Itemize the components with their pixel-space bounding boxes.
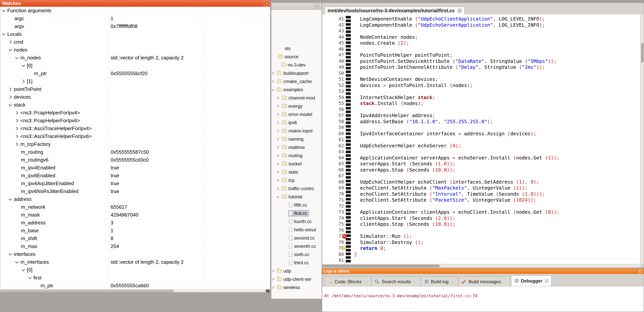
chevron-right-icon[interactable] [276, 105, 279, 107]
tree-item-source[interactable]: source [271, 52, 322, 61]
tree-label-box[interactable]: fifth.cc [288, 202, 309, 208]
watch-row[interactable]: m_ipv4Enabledtrue [0, 164, 270, 172]
chevron-right-icon[interactable] [271, 278, 274, 280]
chevron-down-icon[interactable] [276, 195, 279, 198]
close-icon[interactable]: × [264, 1, 269, 6]
log-tab-code-blocks[interactable]: Code::Blocks× [325, 277, 370, 286]
line-margin[interactable] [344, 16, 354, 22]
line-margin[interactable] [344, 22, 354, 28]
tree-item-traffic-contro[interactable]: traffic-contro [271, 184, 322, 193]
tree-titlebar[interactable] [271, 3, 322, 10]
line-margin[interactable] [344, 239, 354, 246]
tree-label-box[interactable]: wireless [276, 284, 302, 291]
chevron-right-icon[interactable] [14, 135, 18, 138]
watches-titlebar[interactable]: Watches [0, 0, 270, 7]
tree-label-box[interactable]: tutorial [281, 193, 304, 200]
tree-label-box[interactable]: examples [276, 86, 305, 93]
watch-row[interactable]: [0] [0, 266, 270, 274]
chevron-right-icon[interactable] [271, 270, 274, 272]
chevron-right-icon[interactable] [276, 187, 279, 190]
code-line-51[interactable]: 51 NetDeviceContainer devices; [322, 76, 640, 82]
line-margin[interactable] [344, 257, 354, 264]
code-line-58[interactable]: 58 address.SetBase ("10.1.1.0", "255.255… [322, 119, 640, 125]
watches-hscrollbar[interactable] [0, 289, 270, 292]
code-line-72[interactable]: 72 [322, 203, 640, 209]
watch-row[interactable]: m_ptr0x5555555ca660 [0, 282, 270, 289]
code-line-41[interactable]: 41 LogComponentEnable ("UdpEchoClientApp… [322, 16, 640, 22]
tree-item-realtime[interactable]: realtime [271, 143, 322, 152]
code-line-44[interactable]: 44 NodeContainer nodes; [322, 34, 640, 40]
watch-row[interactable]: m_mask4294967040 [0, 211, 270, 219]
watches-table[interactable]: Function argumentsargc1argv0x7fffffffdf0… [0, 7, 270, 289]
editor-hscrollbar[interactable] [322, 264, 640, 267]
watch-row[interactable]: devices [0, 93, 270, 101]
scrollbar-thumb[interactable] [322, 265, 440, 267]
chevron-right-icon[interactable] [14, 111, 18, 114]
editor-vscrollbar[interactable] [641, 14, 644, 264]
code-line-64[interactable]: 64 ApplicationContainer serverApps = ech… [322, 155, 640, 161]
chevron-down-icon[interactable] [8, 197, 12, 200]
code-line-71[interactable]: 71 echoClient.SetAttribute ("PacketSize"… [322, 197, 640, 203]
code-line-49[interactable]: 49 pointToPoint.SetChannelAttribute ("De… [322, 64, 640, 70]
tree-item-seventh-cc[interactable]: seventh.cc [271, 242, 322, 250]
line-margin[interactable] [344, 52, 354, 58]
breakpoint-icon[interactable] [342, 234, 347, 239]
watch-row[interactable]: m_max254 [0, 242, 270, 250]
watch-row[interactable]: m_ptr0x55555556cf20 [0, 70, 270, 77]
tree-label-box[interactable]: socket [281, 160, 304, 167]
line-margin[interactable] [344, 107, 354, 113]
tree-label-box[interactable]: matrix-topol [281, 128, 314, 134]
editor-tab[interactable]: mnt/dev/tools/source/ns-3-dev/examples/t… [325, 7, 465, 14]
chevron-right-icon[interactable] [8, 87, 12, 91]
line-margin[interactable] [344, 28, 354, 34]
line-margin[interactable] [344, 245, 354, 251]
tree-item-ols[interactable]: ols [271, 44, 322, 52]
log-tab-debugger[interactable]: ⚙Debugger× [511, 275, 551, 286]
watch-row[interactable]: <ns3::PcapHelperForIpv4> [0, 109, 270, 117]
tree-label-box[interactable]: ols [284, 45, 292, 52]
line-margin[interactable] [344, 149, 354, 155]
tree-item-routing[interactable]: routing [271, 152, 322, 160]
line-margin[interactable] [344, 215, 354, 221]
watch-row[interactable]: argv0x7fffffffdf08 [0, 22, 270, 30]
tree-label-box[interactable]: fourth.cc [288, 218, 313, 225]
tree-item-naming[interactable]: naming [271, 135, 322, 143]
code-line-45[interactable]: 45 nodes.Create (2); [322, 40, 640, 46]
close-icon[interactable]: × [314, 4, 319, 9]
line-margin[interactable] [344, 197, 354, 203]
code-line-79[interactable]: 79 return 0; [322, 245, 640, 251]
line-margin[interactable] [344, 233, 354, 239]
tree-item-cmake-cache[interactable]: cmake_cache [271, 77, 322, 85]
watch-row[interactable]: interfaces [0, 250, 270, 258]
tree-label-box[interactable]: tcp [281, 177, 296, 184]
line-margin[interactable] [344, 203, 354, 209]
tree-item-channel-mod[interactable]: channel-mod [271, 94, 322, 102]
line-margin[interactable] [344, 251, 354, 258]
logs-header[interactable]: Logs & others [322, 269, 644, 274]
chevron-right-icon[interactable] [14, 127, 18, 130]
tree-item-udp[interactable]: udp [271, 267, 322, 275]
tree-item-third-cc[interactable]: third.cc [271, 259, 322, 267]
code-line-53[interactable]: 53 [322, 88, 640, 95]
line-margin[interactable] [344, 227, 354, 233]
close-icon[interactable]: × [414, 280, 417, 284]
code-line-55[interactable]: 55 stack.Install (nodes); [322, 100, 640, 107]
watch-row[interactable]: m_ipv6Enabledtrue [0, 172, 270, 179]
tree-label-box[interactable]: routing [281, 152, 304, 159]
tree-item-ipv6[interactable]: ipv6 [271, 119, 322, 127]
code-line-81[interactable]: 81 [322, 257, 640, 264]
chevron-right-icon[interactable] [14, 119, 18, 122]
chevron-down-icon[interactable] [28, 276, 32, 279]
tree-label-box[interactable]: ns-3-dev [280, 62, 307, 68]
chevron-right-icon[interactable] [276, 170, 279, 173]
tree-label-box[interactable]: traffic-contro [281, 185, 316, 192]
watch-row[interactable]: m_base1 [0, 227, 270, 235]
chevron-down-icon[interactable] [22, 63, 25, 67]
watch-row[interactable]: m_interfacesstd::vector of length 2, cap… [0, 258, 270, 266]
tree-item-ns-3-dev[interactable]: ns-3-dev [271, 61, 322, 69]
tree-label-box[interactable]: naming [281, 136, 305, 142]
line-margin[interactable] [344, 34, 354, 40]
line-margin[interactable] [344, 76, 354, 82]
code-line-73[interactable]: 73 ApplicationContainer clientApps = ech… [322, 209, 640, 215]
tree-label-box[interactable]: channel-mod [281, 95, 317, 101]
